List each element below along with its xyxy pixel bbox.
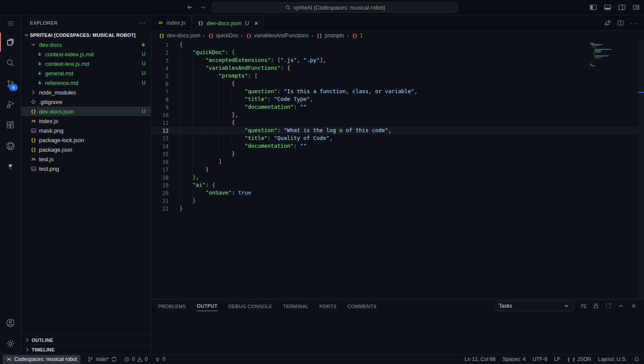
run-debug-icon[interactable] [0,94,21,115]
code-line[interactable]: 4"variablesAndFunctions": { [151,64,638,72]
project-root-row[interactable]: SPRITEAI [CODESPACES: MUSICAL ROBOT] [21,30,151,40]
code-line[interactable]: 5"prompts": [ [151,72,638,80]
sidebar-item-package-lock.json[interactable]: {}package-lock.json [21,135,151,145]
search-view-icon[interactable] [0,52,21,73]
code-line[interactable]: 18}, [151,173,638,181]
breadcrumb-item-1[interactable]: {}1 [351,32,363,39]
codespaces-extension-icon[interactable] [0,156,21,177]
code-line[interactable]: 14"documentation": "" [151,142,638,150]
split-editor-icon[interactable] [617,20,624,26]
lock-autoscroll-icon[interactable] [592,302,599,309]
source-control-icon[interactable]: 5 [0,73,21,94]
sidebar-more-actions-icon[interactable]: ⋯ [139,19,146,27]
file-label: mask.png [39,127,63,134]
remote-indicator[interactable]: Codespaces: musical robot [3,355,81,364]
clear-output-icon[interactable] [580,302,587,309]
tab-dev-docs.json[interactable]: {}dev-docs.jsonU× [192,15,264,31]
sidebar-item-mask.png[interactable]: mask.png [21,126,151,135]
branch-item[interactable]: main* [88,356,117,362]
customize-layout-icon[interactable] [631,2,641,13]
code-line[interactable]: 15} [151,150,638,158]
line-col-indicator[interactable]: Ln 12, Col 66 [465,356,495,362]
code-line[interactable]: 11{ [151,119,638,127]
sidebar-item-dev-docs.json[interactable]: {}dev-docs.jsonU [21,107,151,116]
extensions-icon[interactable] [0,115,21,136]
nav-forward-icon[interactable] [199,4,206,11]
close-tab-icon[interactable]: × [254,20,258,26]
breadcrumb-item-prompts[interactable]: []prompts [316,32,344,39]
problems-item[interactable]: 0 0 [124,356,147,362]
sidebar-item-test.png[interactable]: test.png [21,164,151,173]
language-indicator[interactable]: { } JSON [567,356,591,362]
indentation-indicator[interactable]: Spaces: 4 [502,356,525,362]
explorer-icon[interactable] [0,32,21,52]
sidebar-item-index.js[interactable]: JSindex.js [21,116,151,126]
code-line[interactable]: 20"onSave": true [151,189,638,197]
code-line[interactable]: 22} [151,205,638,212]
panel-tab-ports[interactable]: PORTS [319,301,337,311]
output-channel-dropdown[interactable]: Tasks [494,301,574,311]
sidebar-item-general.md[interactable]: general.mdU [21,68,151,78]
eol-indicator[interactable]: LF [554,356,560,362]
github-icon[interactable] [0,136,21,156]
code-editor[interactable]: 1{2"quickDoc": {3"acceptedExtensions": [… [151,40,644,299]
panel-tab-comments[interactable]: COMMENTS [348,301,377,311]
tab-index.js[interactable]: JSindex.js [151,15,192,30]
sidebar-item-context-test.js.md[interactable]: context-test.js.mdU [21,59,151,68]
sidebar-item-dev-docs[interactable]: dev-docs [21,40,151,49]
code-line[interactable]: 2"quickDoc": { [151,49,638,56]
close-panel-icon[interactable] [630,302,637,309]
overview-ruler[interactable] [638,40,644,299]
breadcrumb-separator-icon: › [347,32,348,39]
breadcrumb-label: prompts [325,32,344,39]
minimap[interactable] [589,42,637,69]
code-line[interactable]: 3"acceptedExtensions": [".js", ".py"], [151,56,638,64]
code-line[interactable]: 8"title": "Code Type", [151,95,638,103]
code-line[interactable]: 6{ [151,80,638,88]
code-line[interactable]: 7"question": "Is this a function, class,… [151,88,638,95]
sidebar-item-node_modules[interactable]: node_modules [21,88,151,97]
sidebar-item-reference.md[interactable]: reference.mdU [21,78,151,88]
sidebar-item-test.js[interactable]: JStest.js [21,154,151,164]
toggle-panel-icon[interactable] [602,2,613,13]
code-line[interactable]: 9"documentation": "" [151,103,638,111]
open-changes-icon[interactable] [604,20,611,26]
timeline-section[interactable]: TIMELINE [21,344,151,354]
panel-tab-output[interactable]: OUTPUT [197,301,218,311]
more-actions-icon[interactable]: ··· [630,19,638,26]
menu-icon[interactable] [0,15,21,32]
sidebar-item-context-index.js.md[interactable]: context-index.js.mdU [21,49,151,59]
open-output-in-editor-icon[interactable] [605,302,612,309]
nav-back-icon[interactable] [186,4,193,11]
code-line[interactable]: 10}, [151,111,638,119]
ports-item[interactable]: 0 [155,356,166,362]
code-line[interactable]: 17} [151,166,638,173]
encoding-indicator[interactable]: UTF-8 [533,356,547,362]
toggle-secondary-sidebar-icon[interactable] [617,2,627,13]
accounts-icon[interactable] [0,312,21,333]
panel-tab-debug-console[interactable]: DEBUG CONSOLE [228,301,272,311]
code-line[interactable]: 12"question": "What is the log o of this… [151,127,638,134]
code-line[interactable]: 1{ [151,41,638,49]
maximize-panel-icon[interactable] [618,302,624,309]
js-file-icon: JS [157,20,164,26]
layout-indicator[interactable]: Layout: U.S. [598,356,627,362]
outline-section[interactable]: OUTLINE [21,335,151,344]
toggle-sidebar-icon[interactable] [588,2,598,13]
code-line[interactable]: 13"title": "Quality of Code", [151,134,638,142]
line-number: 17 [151,166,169,173]
panel-tab-terminal[interactable]: TERMINAL [283,301,309,311]
sidebar-item-package.json[interactable]: {}package.json [21,145,151,154]
panel-tab-problems[interactable]: PROBLEMS [158,301,186,311]
sidebar-item-.gitignore[interactable]: .gitignore [21,97,151,107]
breadcrumb-item-quickDoc[interactable]: {}quickDoc [207,32,238,39]
code-line[interactable]: 19"ai": { [151,181,638,189]
breadcrumb-item-dev-docs.json[interactable]: {}dev-docs.json [158,32,200,39]
breadcrumb-separator-icon: › [241,32,243,39]
command-center-search[interactable]: spriteAI [Codespaces: musical robot] [212,2,458,13]
settings-gear-icon[interactable] [0,333,21,354]
notifications-bell-icon[interactable] [634,356,640,362]
code-line[interactable]: 16] [151,158,638,166]
code-line[interactable]: 21} [151,197,638,205]
breadcrumb-item-variablesAndFunctions[interactable]: {}variablesAndFunctions [245,32,309,39]
